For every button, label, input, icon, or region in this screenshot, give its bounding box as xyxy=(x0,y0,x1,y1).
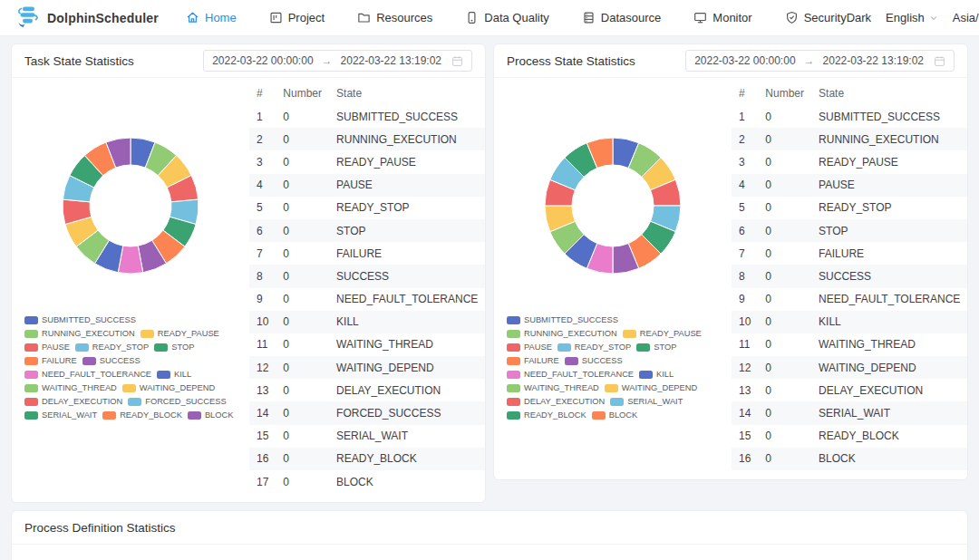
table-row: 140FORCED_SUCCESS xyxy=(249,401,485,424)
legend-swatch xyxy=(639,371,653,379)
nav-item-monitor[interactable]: Monitor xyxy=(693,11,751,24)
legend-item[interactable]: WAITING_THREAD xyxy=(507,383,599,392)
legend-item[interactable]: FORCED_SUCCESS xyxy=(128,397,226,406)
legend-item[interactable]: FAILURE xyxy=(507,356,559,365)
column-header: # xyxy=(732,82,758,105)
nav-item-label: Project xyxy=(288,11,325,24)
table-row: 160READY_BLOCK xyxy=(249,448,485,470)
task-state-chart-area: SUBMITTED_SUCCESSRUNNING_EXECUTIONREADY_… xyxy=(12,78,249,502)
timezone-select[interactable]: Asia/Shanghai xyxy=(953,11,979,24)
task-state-donut-chart[interactable] xyxy=(55,130,206,281)
legend-item[interactable]: SUBMITTED_SUCCESS xyxy=(507,315,618,324)
calendar-icon xyxy=(934,55,945,67)
legend-swatch xyxy=(507,384,520,392)
nav-item-data-quality[interactable]: Data Quality xyxy=(465,11,549,24)
legend-swatch xyxy=(128,398,141,406)
task-state-title: Task State Statistics xyxy=(24,54,134,68)
legend-item[interactable]: READY_STOP xyxy=(557,343,631,352)
legend-item[interactable]: DELAY_EXECUTION xyxy=(507,397,605,406)
task-state-card: Task State Statistics 2022-03-22 00:00:0… xyxy=(11,43,486,503)
legend-swatch xyxy=(102,411,116,420)
legend-item[interactable]: SERIAL_WAIT xyxy=(610,397,683,406)
table-row: 100KILL xyxy=(732,311,967,333)
table-row: 130DELAY_EXECUTION xyxy=(732,379,967,401)
legend-item[interactable]: NEED_FAULT_TOLERANCE xyxy=(24,370,151,379)
legend-item[interactable]: RUNNING_EXECUTION xyxy=(507,329,617,338)
legend-item[interactable]: FAILURE xyxy=(24,356,77,365)
legend-item[interactable]: BLOCK xyxy=(188,410,234,420)
legend-swatch xyxy=(636,343,650,352)
table-row: 70FAILURE xyxy=(732,242,967,265)
legend-item[interactable]: PAUSE xyxy=(24,343,70,352)
legend-item[interactable]: DELAY_EXECUTION xyxy=(24,397,122,406)
datasource-icon xyxy=(582,11,596,24)
nav-item-label: Datasource xyxy=(601,11,661,24)
legend-swatch xyxy=(188,411,201,420)
legend-swatch xyxy=(610,398,624,406)
legend-item[interactable]: KILL xyxy=(639,370,674,379)
column-header: Number xyxy=(758,82,811,105)
legend-item[interactable]: SUCCESS xyxy=(82,356,141,365)
legend-swatch xyxy=(24,330,38,338)
legend-item[interactable]: WAITING_THREAD xyxy=(24,383,117,392)
process-state-legend: SUBMITTED_SUCCESSRUNNING_EXECUTIONREADY_… xyxy=(494,281,724,432)
legend-swatch xyxy=(24,411,38,420)
process-state-card: Process State Statistics 2022-03-22 00:0… xyxy=(493,43,968,480)
legend-swatch xyxy=(507,357,520,365)
legend-item[interactable]: NEED_FAULT_TOLERANCE xyxy=(507,370,634,379)
column-header: Number xyxy=(276,82,329,105)
legend-swatch xyxy=(623,330,636,338)
process-state-donut-chart[interactable] xyxy=(538,130,688,281)
legend-swatch xyxy=(507,343,520,352)
process-date-range-picker[interactable]: 2022-03-22 00:00:00 → 2022-03-22 13:19:0… xyxy=(685,50,955,72)
table-row: 160BLOCK xyxy=(732,448,967,470)
brand[interactable]: DolphinScheduler xyxy=(16,5,159,32)
legend-item[interactable]: SERIAL_WAIT xyxy=(24,410,97,420)
task-date-range-picker[interactable]: 2022-03-22 00:00:00 → 2022-03-22 13:19:0… xyxy=(203,50,472,72)
legend-swatch xyxy=(565,357,578,365)
table-row: 110WAITING_THREAD xyxy=(732,333,967,356)
legend-item[interactable]: SUCCESS xyxy=(565,356,623,365)
nav-item-project[interactable]: Project xyxy=(269,11,325,24)
nav-item-home[interactable]: Home xyxy=(186,11,237,24)
legend-item[interactable]: READY_BLOCK xyxy=(102,410,182,420)
legend-item[interactable]: KILL xyxy=(157,370,191,379)
table-row: 10SUBMITTED_SUCCESS xyxy=(249,105,485,128)
legend-item[interactable]: STOP xyxy=(154,343,194,352)
table-row: 80SUCCESS xyxy=(249,265,485,287)
process-state-chart-area: SUBMITTED_SUCCESSRUNNING_EXECUTIONREADY_… xyxy=(494,78,732,479)
table-row: 140SERIAL_WAIT xyxy=(732,401,967,424)
legend-item[interactable]: RUNNING_EXECUTION xyxy=(24,329,135,338)
legend-item[interactable]: READY_PAUSE xyxy=(623,329,702,338)
legend-swatch xyxy=(154,343,168,352)
language-select[interactable]: English xyxy=(886,11,938,24)
legend-item[interactable]: WAITING_DEPEND xyxy=(122,383,215,392)
theme-toggle[interactable]: Dark xyxy=(847,11,871,24)
legend-swatch xyxy=(82,357,96,365)
process-definition-bar-chart[interactable]: 100 xyxy=(12,545,967,560)
nav-item-label: Security xyxy=(804,11,847,24)
nav-item-resources[interactable]: Resources xyxy=(357,11,432,24)
legend-item[interactable]: READY_BLOCK xyxy=(507,410,586,420)
date-start: 2022-03-22 00:00:00 xyxy=(212,54,313,67)
data-quality-icon xyxy=(465,11,479,24)
legend-item[interactable]: READY_PAUSE xyxy=(141,329,219,338)
top-nav: DolphinScheduler HomeProjectResourcesDat… xyxy=(0,0,979,36)
legend-swatch xyxy=(122,384,136,392)
legend-item[interactable]: READY_STOP xyxy=(75,343,149,352)
timezone-label: Asia/Shanghai xyxy=(953,11,979,24)
legend-item[interactable]: PAUSE xyxy=(507,343,552,352)
table-row: 50READY_STOP xyxy=(249,197,485,219)
nav-item-security[interactable]: Security xyxy=(785,11,847,24)
process-definition-title: Process Definition Statistics xyxy=(24,521,176,535)
legend-item[interactable]: STOP xyxy=(636,343,676,352)
column-header: # xyxy=(249,82,276,105)
legend-item[interactable]: SUBMITTED_SUCCESS xyxy=(24,315,136,324)
table-row: 10SUBMITTED_SUCCESS xyxy=(732,105,967,128)
table-row: 50READY_STOP xyxy=(732,197,967,219)
legend-swatch xyxy=(507,316,520,324)
nav-item-datasource[interactable]: Datasource xyxy=(582,11,661,24)
legend-item[interactable]: WAITING_DEPEND xyxy=(605,383,697,392)
nav-item-label: Data Quality xyxy=(484,11,549,24)
legend-item[interactable]: BLOCK xyxy=(592,410,638,420)
